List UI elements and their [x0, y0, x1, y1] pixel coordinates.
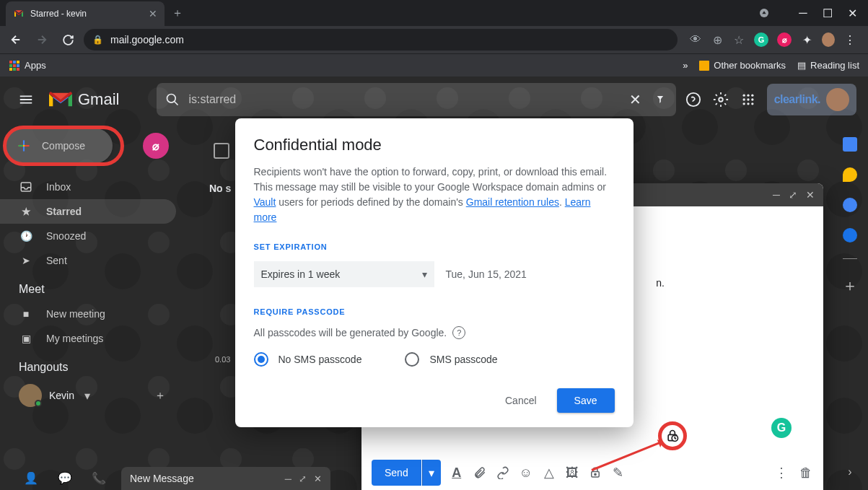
minimize-button[interactable]: ─	[797, 7, 809, 19]
other-bookmarks-label: Other bookmarks	[714, 60, 786, 71]
passcode-help-icon[interactable]: ?	[452, 326, 465, 339]
svg-rect-4	[17, 61, 19, 64]
expiration-select-value: Expires in 1 week	[261, 268, 341, 280]
chevron-down-icon: ▾	[422, 268, 427, 280]
pink-extension-icon[interactable]: ⌀	[777, 32, 792, 47]
reload-button[interactable]	[58, 30, 78, 50]
modal-desc-part1: Recipients won't have the option to forw…	[254, 166, 608, 193]
radio-checked-icon	[254, 352, 268, 367]
extensions-icon[interactable]: ✦	[800, 33, 813, 46]
expiration-date: Tue, Jun 15, 2021	[446, 268, 527, 280]
profile-avatar-icon[interactable]	[822, 33, 835, 46]
forward-button[interactable]	[32, 30, 52, 50]
eye-extension-icon[interactable]: 👁	[689, 33, 702, 46]
modal-desc-part2: users for periods defined by the domain'…	[276, 196, 465, 208]
radio-sms[interactable]: SMS passcode	[405, 352, 497, 367]
radio-no-sms[interactable]: No SMS passcode	[254, 352, 362, 367]
address-bar[interactable]: 🔒 mail.google.com	[84, 29, 678, 51]
svg-rect-6	[13, 64, 16, 67]
svg-rect-2	[9, 61, 12, 64]
reading-list[interactable]: ▤Reading list	[797, 60, 859, 71]
radio-unchecked-icon	[405, 352, 419, 367]
save-button[interactable]: Save	[557, 388, 615, 413]
incognito-icon	[758, 7, 770, 19]
modal-description: Recipients won't have the option to forw…	[254, 165, 615, 225]
svg-rect-8	[9, 68, 12, 71]
browser-toolbar: 🔒 mail.google.com 👁 ⊕ ☆ G ⌀ ✦ ⋮	[0, 26, 868, 53]
passcode-description: All passcodes will be generated by Googl…	[254, 327, 447, 338]
vault-link[interactable]: Vault	[254, 196, 276, 208]
zoom-extension-icon[interactable]: ⊕	[711, 33, 724, 46]
modal-desc-part3: .	[559, 196, 565, 208]
cancel-button[interactable]: Cancel	[492, 388, 550, 413]
set-expiration-label: SET EXPIRATION	[254, 242, 615, 251]
tab-title: Starred - kevin	[30, 9, 149, 19]
gmail-favicon	[13, 8, 25, 19]
svg-rect-5	[9, 64, 12, 67]
svg-rect-3	[13, 61, 16, 64]
other-bookmarks[interactable]: Other bookmarks	[699, 60, 786, 71]
apps-grid-icon[interactable]	[9, 60, 20, 71]
gmail-app: Gmail is:starred ✕ clearlink. Compose	[0, 76, 868, 490]
svg-rect-7	[17, 64, 19, 67]
maximize-button[interactable]: ☐	[822, 7, 833, 19]
close-window-button[interactable]: ✕	[846, 7, 858, 19]
close-tab-icon[interactable]: ✕	[149, 8, 157, 19]
retention-rules-link[interactable]: Gmail retention rules	[466, 196, 559, 208]
confidential-mode-dialog: Confidential mode Recipients won't have …	[235, 118, 634, 427]
apps-label[interactable]: Apps	[25, 60, 46, 71]
reading-list-icon: ▤	[797, 60, 806, 71]
grammarly-extension-icon[interactable]: G	[754, 32, 768, 47]
radio-no-sms-label: No SMS passcode	[279, 354, 362, 365]
new-tab-button[interactable]: ＋	[172, 6, 183, 21]
expiration-select[interactable]: Expires in 1 week ▾	[254, 261, 434, 287]
require-passcode-label: REQUIRE PASSCODE	[254, 307, 615, 316]
url-text: mail.google.com	[110, 34, 184, 45]
star-icon[interactable]: ☆	[732, 33, 745, 46]
reading-list-label: Reading list	[810, 60, 859, 71]
lock-icon: 🔒	[92, 35, 103, 45]
browser-menu-icon[interactable]: ⋮	[843, 33, 856, 46]
bookmarks-bar: Apps » Other bookmarks ▤Reading list	[0, 53, 868, 76]
modal-title: Confidential mode	[254, 136, 615, 154]
folder-icon	[699, 61, 709, 71]
browser-tab[interactable]: Starred - kevin ✕	[6, 1, 165, 26]
back-button[interactable]	[6, 30, 26, 50]
svg-rect-9	[13, 68, 16, 71]
radio-sms-label: SMS passcode	[429, 354, 497, 365]
bookmark-overflow-icon[interactable]: »	[683, 60, 688, 71]
modal-scrim[interactable]: Confidential mode Recipients won't have …	[0, 76, 868, 490]
svg-rect-10	[17, 68, 19, 71]
browser-titlebar: Starred - kevin ✕ ＋ ─ ☐ ✕	[0, 0, 868, 26]
